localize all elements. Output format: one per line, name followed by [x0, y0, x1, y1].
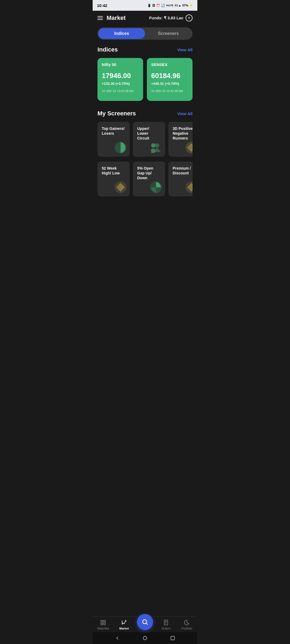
battery-charging-icon: ⚡ [189, 4, 193, 7]
watchlist-icon [100, 619, 106, 626]
indices-section-title: Indices [97, 46, 118, 53]
nifty50-time: 10 JAN '22 10:42:48 AM [102, 89, 139, 93]
svg-point-2 [155, 143, 159, 148]
tab-screeners[interactable]: Screeners [145, 28, 192, 39]
status-icons: 📱 🖼 ⏰ 🔄 VoLTE 4G▲ 57% ⚡ [147, 4, 193, 7]
nifty50-card[interactable]: Nifty 50 17946.00 +133.30 (+0.75%) 10 JA… [97, 58, 143, 101]
portfolio-icon [184, 619, 190, 626]
screener-upper-lower-icon [148, 140, 164, 155]
nifty50-name: Nifty 50 [102, 62, 139, 67]
svg-point-1 [151, 143, 155, 148]
search-fab-button[interactable] [137, 614, 153, 630]
sim-icon: 📱 [147, 4, 151, 7]
add-funds-button[interactable]: + [186, 14, 193, 21]
status-time: 10:42 [97, 3, 107, 8]
content-area: Indices View All Nifty 50 17946.00 +133.… [93, 44, 197, 234]
screener-row-2: 52 Week High/ Low 5% Open Gap Up/ Down [97, 162, 193, 197]
screener-row-1: Top Gainers/ Losers Upper/ Lower Circuit [97, 122, 193, 158]
screener-premium-discount[interactable]: Premium / Discount [168, 162, 193, 196]
funds-label: Funds: ₹ 3.83 Lac [149, 16, 183, 20]
image-icon: 🖼 [152, 4, 155, 7]
screeners-section: My Screeners View All Top Gainers/ Loser… [93, 108, 197, 202]
status-bar: 10:42 📱 🖼 ⏰ 🔄 VoLTE 4G▲ 57% ⚡ [93, 0, 197, 11]
recents-icon[interactable] [169, 635, 176, 641]
screener-5pct-gap-icon [148, 180, 164, 195]
svg-rect-17 [101, 623, 103, 625]
indices-section-header: Indices View All [97, 46, 193, 53]
tab-indices[interactable]: Indices [98, 28, 145, 39]
screener-top-gainers[interactable]: Top Gainers/ Losers [97, 122, 130, 157]
screener-top-gainers-title: Top Gainers/ Losers [102, 126, 125, 136]
page-title: Market [107, 14, 126, 21]
index-cards-container: Nifty 50 17946.00 +133.30 (+0.75%) 10 JA… [97, 58, 193, 101]
screener-52week[interactable]: 52 Week High/ Low [97, 162, 130, 196]
sensex-name: SENSEX [151, 62, 188, 67]
screener-3d-runners-title: 3D Positive/ Negative Runners [173, 126, 193, 141]
svg-point-26 [143, 636, 147, 640]
screener-52week-title: 52 Week High/ Low [102, 166, 125, 175]
volte-icon: VoLTE [166, 4, 173, 7]
nav-watchlist-label: Watchlist [97, 627, 109, 630]
svg-line-21 [146, 623, 148, 625]
toggle-container: Indices Screeners [93, 25, 197, 44]
nav-orders-label: Orders [161, 627, 171, 630]
screener-upper-lower-title: Upper/ Lower Circuit [137, 126, 161, 141]
screeners-section-header: My Screeners View All [97, 110, 193, 117]
sensex-value: 60184.96 [151, 72, 188, 80]
svg-point-20 [143, 620, 147, 624]
home-icon[interactable] [142, 635, 148, 641]
screener-upper-lower[interactable]: Upper/ Lower Circuit [133, 122, 165, 157]
screener-5pct-gap[interactable]: 5% Open Gap Up/ Down [133, 162, 165, 196]
nav-portfolio-label: Portfolio [182, 627, 192, 630]
screener-52week-icon [113, 180, 128, 195]
nav-portfolio[interactable]: Portfolio [176, 619, 197, 630]
nav-watchlist[interactable]: Watchlist [93, 619, 114, 630]
main-tabs: Indices Screeners [97, 27, 193, 40]
screener-top-gainers-icon [113, 140, 128, 155]
nifty50-change: +133.30 (+0.75%) [102, 82, 139, 86]
svg-rect-16 [104, 620, 105, 622]
nifty50-value: 17946.00 [102, 72, 139, 80]
alarm-icon: ⏰ [156, 4, 160, 7]
indices-view-all-button[interactable]: View All [177, 47, 193, 52]
svg-rect-15 [101, 620, 103, 622]
screeners-section-title: My Screeners [97, 110, 136, 117]
header: Market Funds: ₹ 3.83 Lac + [93, 11, 197, 25]
market-icon [121, 619, 127, 626]
screeners-view-all-button[interactable]: View All [177, 111, 193, 116]
screener-premium-discount-title: Premium / Discount [173, 166, 193, 175]
battery-text: 57% [182, 4, 188, 7]
hamburger-menu-icon[interactable] [97, 16, 103, 20]
nav-market[interactable]: Market [114, 619, 135, 630]
screener-3d-runners-icon [184, 140, 193, 155]
screener-premium-discount-icon [184, 180, 193, 195]
nav-orders[interactable]: Orders [155, 619, 176, 630]
signal-icon: 4G▲ [174, 4, 181, 7]
gesture-bar [93, 632, 197, 644]
orders-icon [163, 619, 169, 626]
sensex-time: 10 JAN '22 10:42:48 AM [151, 89, 188, 93]
sensex-change: +440.31 (+0.74%) [151, 82, 188, 86]
back-icon[interactable] [114, 635, 121, 641]
screener-5pct-gap-title: 5% Open Gap Up/ Down [137, 166, 161, 181]
header-left: Market [97, 14, 126, 21]
nav-search-center [135, 619, 155, 630]
screener-3d-runners[interactable]: 3D Positive/ Negative Runners [168, 122, 193, 157]
bottom-nav: Watchlist Market O [93, 616, 197, 632]
nav-market-label: Market [119, 627, 129, 630]
header-right: Funds: ₹ 3.83 Lac + [149, 14, 193, 21]
indices-section: Indices View All Nifty 50 17946.00 +133.… [93, 44, 197, 105]
svg-rect-27 [171, 636, 175, 640]
svg-rect-18 [104, 623, 105, 625]
sensex-card[interactable]: SENSEX 60184.96 +440.31 (+0.74%) 10 JAN … [147, 58, 193, 101]
sync-icon: 🔄 [161, 4, 165, 7]
